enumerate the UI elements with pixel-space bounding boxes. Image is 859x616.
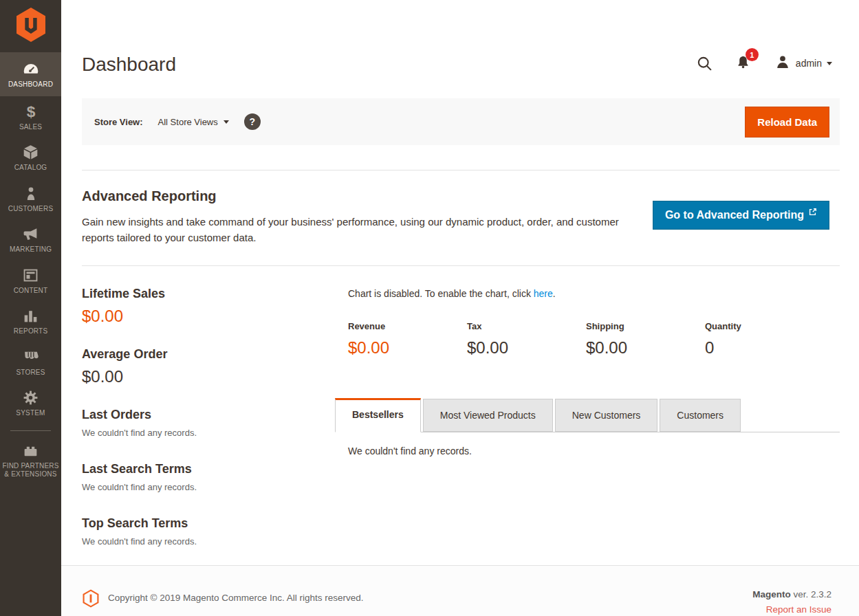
search-icon[interactable]	[696, 55, 713, 72]
sidebar-item-sales[interactable]: $ SALES	[0, 96, 61, 138]
go-to-advanced-reporting-button[interactable]: Go to Advanced Reporting	[653, 201, 829, 230]
dashboard-columns: Lifetime Sales $0.00 Average Order $0.00…	[82, 266, 840, 568]
footer-left: Copyright © 2019 Magento Commerce Inc. A…	[83, 589, 364, 616]
chart-column: Chart is disabled. To enable the chart, …	[335, 287, 840, 568]
customers-icon	[23, 184, 39, 203]
tab-customers[interactable]: Customers	[660, 399, 741, 432]
user-name: admin	[796, 58, 822, 69]
store-view-value: All Store Views	[158, 117, 218, 127]
sidebar-item-find-partners[interactable]: FIND PARTNERS & EXTENSIONS	[0, 435, 61, 485]
sidebar-item-label: CATALOG	[14, 164, 47, 173]
sidebar-item-stores[interactable]: STORES	[0, 342, 61, 383]
external-link-icon	[808, 208, 817, 217]
footer-version: ver. 2.3.2	[791, 589, 831, 600]
magento-logo[interactable]	[0, 0, 61, 52]
header-actions: 1 admin	[696, 54, 832, 73]
extensions-icon	[22, 441, 39, 460]
empty-records-text: We couldn't find any records.	[348, 446, 472, 456]
footer-brand: Magento	[752, 589, 791, 600]
system-icon	[22, 388, 39, 407]
dashboard-tabs: Bestsellers Most Viewed Products New Cus…	[335, 398, 840, 432]
sales-icon: $	[22, 102, 40, 121]
lifetime-sales-value: $0.00	[82, 307, 335, 326]
last-search-terms-section: Last Search Terms We couldn't find any r…	[82, 462, 335, 492]
tab-bestsellers[interactable]: Bestsellers	[335, 398, 421, 432]
tax-total: Tax $0.00	[467, 321, 586, 358]
go-to-advanced-reporting-label: Go to Advanced Reporting	[665, 209, 804, 221]
empty-records-text: We couldn't find any records.	[82, 536, 335, 547]
quantity-total: Quantity 0	[705, 321, 824, 358]
sidebar-nav: DASHBOARD $ SALES CATALOG CUSTOMERS MARK…	[0, 52, 61, 485]
version-line: Magento ver. 2.3.2	[752, 589, 831, 600]
copyright-text: Copyright © 2019 Magento Commerce Inc. A…	[108, 593, 364, 603]
footer-right: Magento ver. 2.3.2 Report an Issue	[752, 589, 831, 616]
sidebar-item-marketing[interactable]: MARKETING	[0, 219, 61, 260]
reports-icon	[22, 307, 39, 325]
average-order-value: $0.00	[82, 367, 335, 386]
last-orders-section: Last Orders We couldn't find any records…	[82, 408, 335, 438]
average-order-section: Average Order $0.00	[82, 347, 335, 386]
shipping-total: Shipping $0.00	[586, 321, 705, 358]
total-label: Shipping	[586, 321, 705, 331]
store-view-label: Store View:	[94, 117, 143, 127]
sidebar-item-catalog[interactable]: CATALOG	[0, 137, 61, 178]
section-title: Lifetime Sales	[82, 287, 335, 301]
revenue-total: Revenue $0.00	[348, 321, 467, 358]
content-icon	[22, 266, 39, 285]
sidebar-item-label: STORES	[16, 368, 45, 377]
chart-disabled-notice: Chart is disabled. To enable the chart, …	[348, 288, 840, 299]
sidebar-item-label: CONTENT	[14, 287, 48, 296]
section-title: Last Orders	[82, 408, 335, 422]
reload-data-button[interactable]: Reload Data	[745, 107, 829, 138]
main-content: Dashboard 1 admin Store View: All	[61, 0, 859, 568]
sidebar-item-dashboard[interactable]: DASHBOARD	[0, 52, 61, 96]
sidebar-item-customers[interactable]: CUSTOMERS	[0, 178, 61, 219]
help-icon[interactable]: ?	[244, 113, 261, 130]
section-title: Last Search Terms	[82, 462, 335, 476]
store-view-switcher[interactable]: All Store Views	[158, 117, 229, 127]
sidebar-item-label: DASHBOARD	[8, 80, 53, 89]
tab-panel: We couldn't find any records.	[335, 432, 840, 456]
svg-text:$: $	[26, 102, 35, 120]
stores-icon	[22, 348, 40, 366]
empty-records-text: We couldn't find any records.	[82, 428, 335, 438]
user-avatar-icon	[775, 54, 790, 72]
shipping-value: $0.00	[586, 338, 705, 358]
sidebar-divider	[10, 430, 51, 431]
tab-most-viewed-products[interactable]: Most Viewed Products	[423, 399, 553, 432]
page-header: Dashboard 1 admin	[61, 0, 859, 98]
magento-logo-icon	[15, 7, 47, 45]
empty-records-text: We couldn't find any records.	[82, 482, 335, 492]
sidebar-item-label: FIND PARTNERS & EXTENSIONS	[1, 462, 60, 479]
footer: Copyright © 2019 Magento Commerce Inc. A…	[61, 565, 859, 616]
notification-badge: 1	[746, 48, 759, 61]
chevron-down-icon	[827, 62, 832, 65]
total-label: Quantity	[705, 321, 824, 331]
chart-notice-suffix: .	[553, 288, 556, 299]
sidebar-item-label: CUSTOMERS	[8, 205, 54, 214]
section-title: Top Search Terms	[82, 516, 335, 531]
notifications-button[interactable]: 1	[736, 54, 750, 73]
sidebar-item-system[interactable]: SYSTEM	[0, 382, 61, 424]
revenue-value: $0.00	[348, 338, 467, 358]
bell-icon	[736, 60, 750, 72]
top-search-terms-section: Top Search Terms We couldn't find any re…	[82, 516, 335, 547]
catalog-icon	[22, 143, 39, 162]
report-an-issue-link[interactable]: Report an Issue	[766, 604, 831, 615]
enable-chart-link[interactable]: here	[534, 288, 553, 299]
sidebar-item-label: MARKETING	[10, 245, 52, 254]
total-label: Tax	[467, 321, 586, 331]
magento-footer-logo-icon	[83, 589, 99, 610]
marketing-icon	[22, 225, 39, 243]
chart-notice-text: Chart is disabled. To enable the chart, …	[348, 288, 534, 299]
sidebar-item-reports[interactable]: REPORTS	[0, 300, 61, 342]
tab-new-customers[interactable]: New Customers	[555, 399, 658, 432]
sidebar-item-label: SYSTEM	[16, 409, 45, 418]
sidebar-item-content[interactable]: CONTENT	[0, 260, 61, 301]
quantity-value: 0	[705, 338, 824, 358]
total-label: Revenue	[348, 321, 467, 331]
totals-row: Revenue $0.00 Tax $0.00 Shipping $0.00 Q…	[335, 321, 840, 358]
dashboard-icon	[22, 60, 40, 78]
user-menu[interactable]: admin	[775, 54, 832, 72]
tax-value: $0.00	[467, 338, 586, 358]
